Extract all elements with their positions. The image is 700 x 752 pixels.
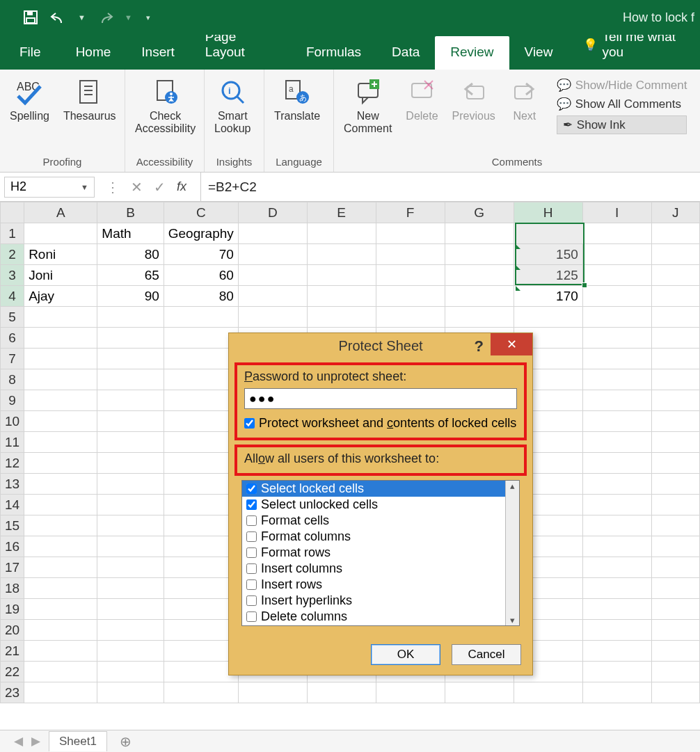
cell[interactable]	[97, 599, 164, 620]
row-header[interactable]: 20	[1, 620, 24, 641]
ok-button[interactable]: OK	[371, 644, 440, 665]
cell[interactable]	[376, 244, 445, 265]
cell[interactable]	[582, 328, 651, 349]
redo-caret-icon[interactable]: ▼	[125, 13, 132, 22]
cell[interactable]	[164, 641, 238, 662]
accept-formula-icon[interactable]: ✓	[154, 179, 166, 195]
cell[interactable]	[164, 453, 238, 474]
select-all-cell[interactable]	[1, 202, 24, 223]
permission-item[interactable]: Delete columns	[242, 609, 519, 625]
cell[interactable]	[582, 620, 651, 641]
show-ink-button[interactable]: ✒ Show Ink	[557, 115, 687, 134]
row-header[interactable]: 11	[1, 432, 24, 453]
row-header[interactable]: 8	[1, 369, 24, 390]
cell[interactable]	[24, 515, 97, 536]
dialog-title-bar[interactable]: Protect Sheet ? ✕	[229, 333, 532, 358]
add-sheet-button[interactable]: ⊕	[116, 733, 136, 750]
cell[interactable]	[445, 286, 514, 307]
password-input[interactable]	[244, 388, 517, 409]
cell[interactable]	[164, 328, 238, 349]
row-header[interactable]: 1	[1, 223, 24, 244]
cancel-button[interactable]: Cancel	[452, 644, 521, 665]
tab-formulas[interactable]: Formulas	[291, 36, 376, 70]
row-header[interactable]: 3	[1, 265, 24, 286]
cell[interactable]	[651, 369, 699, 390]
tab-home[interactable]: Home	[61, 36, 127, 70]
cell[interactable]	[651, 286, 699, 307]
delete-comment-button[interactable]: Delete	[401, 74, 442, 125]
tab-file[interactable]: File	[0, 36, 61, 70]
cell[interactable]	[445, 223, 514, 244]
cell[interactable]	[651, 599, 699, 620]
cell[interactable]	[97, 557, 164, 578]
cell[interactable]	[164, 474, 238, 495]
cell[interactable]	[582, 411, 651, 432]
cell[interactable]: 150	[514, 244, 582, 265]
dialog-close-button[interactable]: ✕	[491, 333, 532, 355]
cell[interactable]: 70	[164, 244, 238, 265]
cell[interactable]	[24, 474, 97, 495]
cell[interactable]	[514, 682, 582, 703]
cell[interactable]: Roni	[24, 244, 97, 265]
cell[interactable]	[582, 223, 651, 244]
show-hide-comment-button[interactable]: 💬 Show/Hide Comment	[557, 78, 687, 93]
cell[interactable]	[376, 682, 445, 703]
row-header[interactable]: 21	[1, 641, 24, 662]
cell[interactable]: Ajay	[24, 286, 97, 307]
permission-item[interactable]: Format cells	[242, 513, 519, 529]
col-header[interactable]: C	[164, 202, 238, 223]
cell[interactable]	[164, 307, 238, 328]
cell[interactable]	[582, 557, 651, 578]
row-header[interactable]: 7	[1, 349, 24, 369]
row-header[interactable]: 17	[1, 557, 24, 578]
scroll-up-icon[interactable]: ▴	[510, 481, 515, 491]
cell[interactable]	[582, 578, 651, 599]
undo-caret-icon[interactable]: ▼	[78, 13, 86, 22]
tab-insert[interactable]: Insert	[126, 36, 190, 70]
cell[interactable]	[97, 369, 164, 390]
col-header[interactable]: G	[445, 202, 514, 223]
cell[interactable]: 60	[164, 265, 238, 286]
cell[interactable]	[164, 349, 238, 369]
cell[interactable]	[97, 432, 164, 453]
cell[interactable]	[651, 223, 699, 244]
cell[interactable]	[445, 307, 514, 328]
cell[interactable]	[24, 223, 97, 244]
cell[interactable]	[164, 557, 238, 578]
cell[interactable]	[97, 495, 164, 515]
cell[interactable]	[238, 265, 307, 286]
cell[interactable]	[97, 515, 164, 536]
cell[interactable]	[582, 682, 651, 703]
cell[interactable]	[24, 411, 97, 432]
permission-item[interactable]: Select unlocked cells	[242, 497, 519, 513]
row-header[interactable]: 6	[1, 328, 24, 349]
cell[interactable]	[24, 390, 97, 411]
row-header[interactable]: 19	[1, 599, 24, 620]
col-header[interactable]: A	[24, 202, 97, 223]
cell[interactable]	[164, 515, 238, 536]
cell[interactable]	[97, 641, 164, 662]
cell[interactable]	[307, 682, 376, 703]
cell[interactable]	[376, 265, 445, 286]
cell[interactable]	[24, 536, 97, 557]
cell[interactable]	[651, 307, 699, 328]
name-box-caret-icon[interactable]: ▼	[81, 183, 88, 191]
cell[interactable]	[24, 662, 97, 682]
cell[interactable]	[97, 620, 164, 641]
cell[interactable]	[651, 411, 699, 432]
dialog-help-button[interactable]: ?	[475, 337, 484, 355]
cell[interactable]	[582, 349, 651, 369]
cell[interactable]: Total	[514, 223, 582, 244]
previous-comment-button[interactable]: Previous	[448, 74, 500, 125]
col-header[interactable]: D	[238, 202, 307, 223]
row-header[interactable]: 14	[1, 495, 24, 515]
tab-view[interactable]: View	[509, 36, 568, 70]
row-header[interactable]: 22	[1, 662, 24, 682]
row-header[interactable]: 16	[1, 536, 24, 557]
new-comment-button[interactable]: New Comment	[340, 74, 396, 137]
sheet-prev-icon[interactable]: ◀	[14, 734, 23, 749]
cell[interactable]	[651, 557, 699, 578]
cell[interactable]	[97, 453, 164, 474]
cell[interactable]	[582, 474, 651, 495]
cell[interactable]	[651, 620, 699, 641]
